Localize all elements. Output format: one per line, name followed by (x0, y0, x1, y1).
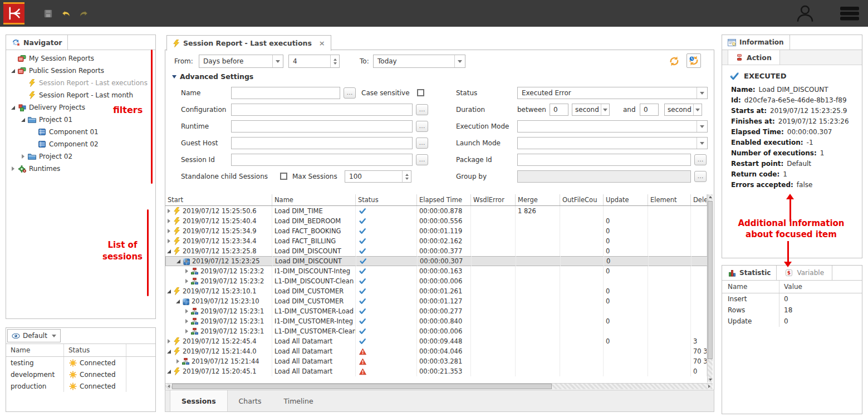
collapse-toggle-icon[interactable] (166, 349, 171, 354)
name-input[interactable] (231, 87, 340, 99)
statistic-col-value[interactable]: Value (779, 281, 862, 293)
navigator-item[interactable]: Component 01 (6, 126, 155, 138)
column-header-start[interactable]: Start (165, 194, 272, 205)
information-tab[interactable]: Information (722, 35, 790, 50)
session-row[interactable]: 2019/07/12 15:23:10Load DIM_CUSTOMER00:0… (165, 296, 707, 306)
duration-from-unit-select[interactable]: second (572, 104, 610, 116)
session-row[interactable]: 2019/07/12 15:23:1L1-DIM_CUSTOMER-Clean0… (165, 326, 707, 336)
column-header-merge[interactable]: Merge (516, 194, 560, 205)
session-row[interactable]: 2019/07/12 15:25:50.6Load DIM_TIME00:00:… (165, 206, 707, 216)
session-row[interactable]: 2019/07/12 15:25:34.9Load FACT_BOOKING00… (165, 226, 707, 236)
guest-host-input[interactable] (231, 137, 413, 149)
session-row-selected[interactable]: 2019/07/12 15:23:25Load DIM_DISCOUNT00:0… (165, 256, 707, 266)
guest-host-browse-button[interactable]: … (416, 138, 428, 149)
configuration-input[interactable] (231, 104, 413, 116)
session-row[interactable]: 2019/07/12 15:22:45.4Load All Datamart00… (165, 336, 707, 346)
session-report-tab[interactable]: Session Report - Last executions × (166, 35, 331, 51)
expand-toggle-icon[interactable] (166, 239, 171, 244)
collapse-toggle-icon[interactable] (11, 105, 16, 110)
session-id-browse-button[interactable]: … (416, 154, 428, 165)
tab-statistic[interactable]: Statistic (722, 266, 777, 280)
expand-toggle-icon[interactable] (166, 219, 171, 224)
spinner-arrows-icon[interactable] (330, 55, 339, 67)
session-id-input[interactable] (231, 154, 413, 166)
expand-toggle-icon[interactable] (166, 209, 171, 214)
expand-toggle-icon[interactable] (175, 359, 180, 364)
session-row[interactable]: 2019/07/12 15:23:10.1Load DIM_CUSTOMER00… (165, 286, 707, 296)
execution-mode-select[interactable] (517, 120, 708, 133)
runtime-col-name[interactable]: Name (6, 344, 64, 356)
max-sessions-stepper[interactable]: 100 (345, 170, 411, 183)
collapse-toggle-icon[interactable] (176, 259, 181, 264)
expand-toggle-icon[interactable] (166, 339, 171, 344)
expand-toggle-icon[interactable] (166, 229, 171, 234)
duration-to-unit-select[interactable]: second (664, 104, 702, 116)
scroll-down-icon[interactable] (708, 377, 713, 382)
from-value-stepper[interactable]: 4 (288, 55, 340, 68)
collapse-toggle-icon[interactable] (166, 369, 171, 374)
scroll-up-icon[interactable] (708, 195, 713, 199)
save-button[interactable] (41, 7, 55, 19)
navigator-item[interactable]: Session Report - Last month (6, 89, 155, 101)
scroll-right-icon[interactable] (707, 384, 712, 389)
collapse-toggle-icon[interactable] (11, 68, 16, 73)
session-row[interactable]: 2019/07/12 15:21:44.0Load All Datamart00… (165, 346, 707, 356)
vertical-scrollbar[interactable] (707, 194, 713, 382)
expand-toggle-icon[interactable] (21, 154, 26, 159)
runtime-row[interactable]: developmentConnected (6, 369, 155, 380)
column-header-wsdlerror[interactable]: WsdlError (471, 194, 516, 205)
expand-toggle-icon[interactable] (184, 329, 189, 334)
duration-to-input[interactable]: 0 (640, 104, 659, 116)
spinner-arrows-icon[interactable] (402, 171, 411, 182)
navigator-item[interactable]: Runtimes (6, 163, 155, 175)
close-icon[interactable]: × (319, 39, 325, 47)
auto-refresh-button[interactable] (686, 53, 701, 68)
to-mode-select[interactable]: Today (373, 55, 465, 68)
session-row[interactable]: 2019/07/12 15:23:25.8Load DIM_DISCOUNT00… (165, 246, 707, 256)
duration-from-input[interactable]: 0 (550, 104, 568, 116)
tab-timeline[interactable]: Timeline (272, 390, 324, 411)
navigator-item[interactable]: Session Report - Last executions (6, 77, 155, 89)
column-header-update[interactable]: Update (604, 194, 648, 205)
menu-button[interactable] (838, 4, 861, 22)
app-logo-icon[interactable] (3, 2, 24, 24)
column-header-name[interactable]: Name (272, 194, 356, 205)
collapse-toggle-icon[interactable] (166, 289, 171, 294)
navigator-item[interactable]: My Session Reports (6, 52, 155, 65)
expand-toggle-icon[interactable] (184, 279, 189, 284)
runtime-row[interactable]: testingConnected (6, 357, 155, 369)
tab-variable[interactable]: $Variable (777, 266, 832, 280)
column-header-element[interactable]: Element (648, 194, 691, 205)
session-row[interactable]: 2019/07/12 15:21:44Load All Datamart00:0… (165, 356, 707, 366)
collapse-toggle-icon[interactable] (175, 299, 180, 304)
status-select[interactable]: Executed Error (517, 87, 708, 99)
expand-toggle-icon[interactable] (184, 269, 189, 274)
session-row[interactable]: 2019/07/12 15:23:1L1-DIM_CUSTOMER-Load00… (165, 306, 707, 316)
group-by-input[interactable] (517, 170, 691, 183)
case-sensitive-checkbox[interactable] (417, 89, 424, 96)
package-id-input[interactable] (517, 154, 691, 166)
tab-charts[interactable]: Charts (228, 390, 273, 411)
scroll-left-icon[interactable] (166, 384, 171, 389)
standalone-checkbox[interactable] (280, 173, 287, 180)
column-header-status[interactable]: Status (356, 194, 417, 205)
session-row[interactable]: 2019/07/12 15:20:45.1Load All Datamart00… (165, 366, 707, 376)
navigator-item[interactable]: Delivery Projects (6, 101, 155, 114)
advanced-settings-toggle[interactable]: Advanced Settings (172, 72, 253, 81)
session-row[interactable]: 2019/07/12 15:23:1I1-DIM_CUSTOMER-Integ0… (165, 316, 707, 326)
name-browse-button[interactable]: … (344, 87, 356, 99)
collapse-toggle-icon[interactable] (21, 117, 26, 122)
navigator-item[interactable]: Project 02 (6, 150, 155, 163)
column-header-delete[interactable]: Delete (691, 194, 707, 205)
vertical-scroll-thumb[interactable] (708, 201, 713, 359)
horizontal-scrollbar[interactable] (165, 383, 713, 389)
session-row[interactable]: 2019/07/12 15:23:2L1-DIM_DISCOUNT-Clean0… (165, 276, 707, 286)
navigator-item[interactable]: Component 02 (6, 138, 155, 150)
expand-toggle-icon[interactable] (11, 166, 16, 171)
navigator-item[interactable]: Project 01 (6, 114, 155, 126)
package-id-browse-button[interactable]: … (694, 154, 707, 165)
expand-toggle-icon[interactable] (184, 309, 189, 314)
refresh-button[interactable] (668, 55, 680, 68)
runtime-col-status[interactable]: Status (64, 344, 126, 356)
runtime-view-select[interactable]: Default (7, 329, 61, 342)
